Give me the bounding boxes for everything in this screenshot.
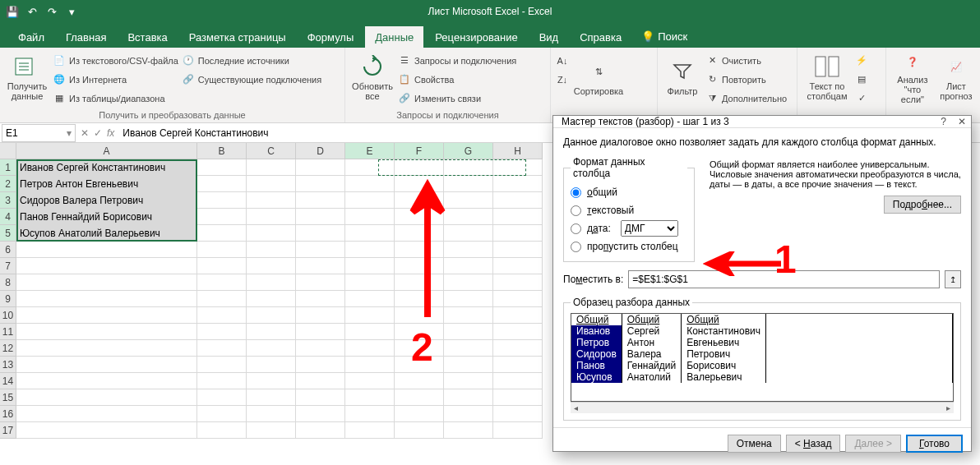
cell[interactable] [493,389,543,406]
dialog-titlebar[interactable]: Мастер текстов (разбор) - шаг 1 из 3 ? ✕ [553,116,971,128]
undo-icon[interactable]: ↶ [25,4,39,19]
cell[interactable] [247,389,296,406]
cell[interactable] [345,242,395,258]
from-web-button[interactable]: 🌐Из Интернета [53,71,178,88]
cell[interactable] [247,274,296,291]
cell[interactable] [197,291,247,307]
cell[interactable]: Сидоров Валера Петрович [16,192,197,209]
radio-date[interactable]: дата: ДМГ [571,220,687,237]
cell[interactable] [493,258,543,274]
row-header[interactable]: 15 [0,389,16,406]
tab-home[interactable]: Главная [56,26,116,48]
cell[interactable] [395,340,444,357]
cell[interactable] [296,225,345,242]
cell[interactable] [296,422,345,439]
recent-sources-button[interactable]: 🕐Последние источники [182,52,321,69]
cell[interactable] [16,258,197,274]
select-all-corner[interactable] [0,143,16,159]
cell[interactable] [493,242,543,258]
cell[interactable] [296,307,345,324]
data-validation-button[interactable]: ✓ [855,90,868,107]
tab-insert[interactable]: Вставка [118,26,177,48]
cell[interactable] [395,422,444,439]
row-header[interactable]: 12 [0,340,16,357]
cell[interactable] [345,225,395,242]
cell[interactable] [16,406,197,422]
cell[interactable] [395,357,444,373]
cell[interactable] [444,340,493,357]
enter-formula-icon[interactable]: ✓ [94,127,102,139]
cell[interactable] [345,159,395,176]
what-if-button[interactable]: ❓ Анализ "что если" [891,50,934,104]
cell[interactable] [16,340,197,357]
cell[interactable] [197,242,247,258]
cell[interactable] [493,291,543,307]
cell[interactable] [444,274,493,291]
cell[interactable] [247,324,296,340]
queries-connections-button[interactable]: ☰Запросы и подключения [398,52,516,69]
sort-desc-button[interactable]: Z↓ [556,71,569,88]
cell[interactable] [247,357,296,373]
date-format-select[interactable]: ДМГ [621,220,678,237]
cell[interactable] [197,176,247,192]
clear-filter-button[interactable]: ✕Очистить [705,52,787,69]
cell[interactable] [296,192,345,209]
from-text-csv-button[interactable]: 📄Из текстового/CSV-файла [53,52,178,69]
get-data-button[interactable]: Получить данные [5,50,49,104]
tab-data[interactable]: Данные [365,26,423,48]
next-button[interactable]: Далее > [845,435,901,453]
row-header[interactable]: 5 [0,225,16,242]
cell[interactable] [493,176,543,192]
back-button[interactable]: < Назад [786,435,841,453]
cell[interactable] [444,307,493,324]
cell[interactable] [247,406,296,422]
sort-button[interactable]: ⇅ Сортировка [572,50,625,104]
cell[interactable] [493,422,543,439]
cell[interactable] [345,291,395,307]
cell[interactable] [197,373,247,389]
cell[interactable] [197,307,247,324]
column-header[interactable]: C [247,143,296,159]
radio-skip[interactable]: пропустить столбец [571,238,687,255]
column-header[interactable]: B [197,143,247,159]
cell[interactable] [395,225,444,242]
row-header[interactable]: 8 [0,274,16,291]
cell[interactable]: Иванов Сергей Константинович [16,159,197,176]
cell[interactable] [296,340,345,357]
cell[interactable] [247,192,296,209]
cell[interactable] [345,258,395,274]
cell[interactable] [247,258,296,274]
fx-icon[interactable]: fx [107,127,119,139]
cell[interactable] [345,192,395,209]
destination-input[interactable] [628,270,940,288]
cell[interactable] [345,389,395,406]
cell[interactable] [444,291,493,307]
edit-links-button[interactable]: 🔗Изменить связи [398,90,516,107]
cell[interactable] [493,373,543,389]
cell[interactable] [395,324,444,340]
cell[interactable] [444,422,493,439]
cell[interactable] [197,209,247,225]
filter-button[interactable]: Фильтр [663,50,702,104]
cell[interactable] [247,209,296,225]
cell[interactable] [444,242,493,258]
cell[interactable] [197,192,247,209]
cell[interactable] [197,324,247,340]
cell[interactable] [493,357,543,373]
cancel-button[interactable]: Отмена [728,435,781,453]
row-header[interactable]: 6 [0,242,16,258]
cell[interactable] [247,422,296,439]
cell[interactable] [444,357,493,373]
cancel-formula-icon[interactable]: ✕ [81,127,89,139]
cell[interactable] [16,242,197,258]
cell[interactable] [444,258,493,274]
cell[interactable] [296,159,345,176]
column-header[interactable]: A [16,143,197,159]
cell[interactable] [247,340,296,357]
cell[interactable] [395,291,444,307]
cell[interactable] [247,159,296,176]
cell[interactable] [493,209,543,225]
cell[interactable] [395,258,444,274]
radio-general[interactable]: общий [571,184,687,200]
tab-formulas[interactable]: Формулы [298,26,364,48]
